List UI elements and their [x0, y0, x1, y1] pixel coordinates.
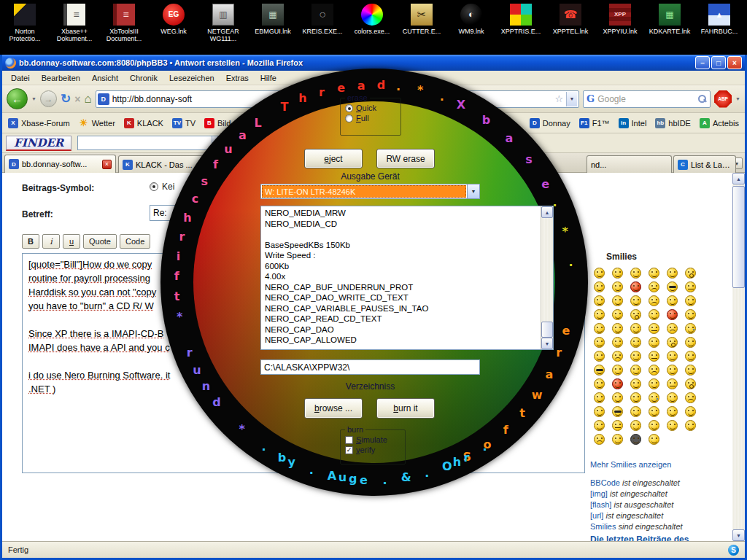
scroll-track[interactable] [732, 184, 745, 529]
smiley-smile-icon[interactable] [612, 434, 623, 445]
smiley-surprised-icon[interactable] [667, 268, 678, 279]
smiley-smile-icon[interactable] [594, 351, 605, 362]
desktop-icon-weg[interactable]: EGWEG.lnk [149, 0, 198, 55]
smiley-mad-icon[interactable] [630, 281, 641, 292]
smiley-smile-icon[interactable] [667, 420, 678, 431]
smiley-smile-icon[interactable] [594, 295, 605, 306]
smiley-smile-icon[interactable] [630, 378, 641, 389]
smiley-sad-icon[interactable] [612, 351, 623, 362]
smiley-wink-icon[interactable] [685, 351, 696, 362]
smiley-shock-icon[interactable] [685, 268, 696, 279]
smiley-neutral-icon[interactable] [685, 281, 696, 292]
desktop-icon-colors[interactable]: colors.exe... [347, 0, 397, 55]
smiley-smile-icon[interactable] [685, 365, 696, 376]
smiley-sad-icon[interactable] [649, 295, 659, 306]
smiley-grin-icon[interactable] [685, 420, 696, 431]
smiley-lol-icon[interactable] [612, 281, 623, 292]
smiley-evil-icon[interactable] [612, 378, 623, 389]
smiley-sad-icon[interactable] [594, 434, 605, 445]
scroll-thumb[interactable] [732, 186, 745, 288]
smiley-wink-icon[interactable] [649, 420, 659, 431]
bookmark-intel[interactable]: inIntel [619, 118, 647, 128]
smiley-smile-icon[interactable] [612, 337, 623, 348]
smiley-question-icon[interactable] [685, 309, 696, 320]
smiley-shock-icon[interactable] [630, 309, 641, 320]
smiley-grin-icon[interactable] [594, 406, 605, 417]
stop-button[interactable]: × [74, 93, 80, 105]
smiley-smile-icon[interactable] [630, 420, 641, 431]
smiley-cool-icon[interactable] [667, 281, 678, 292]
directory-input[interactable] [260, 359, 480, 375]
page-scrollbar[interactable]: ▲ ▼ [732, 173, 745, 541]
desktop-icon-xbtools-doc[interactable]: ≡XbToolsIII Document... [99, 0, 149, 55]
smiley-smile-icon[interactable] [594, 378, 605, 389]
capabilities-listbox[interactable]: NERO_MEDIA_MRWNERO_MEDIA_CD BaseSpeedKBs… [260, 206, 554, 350]
rw-erase-button[interactable]: RW erase [376, 149, 435, 168]
desktop-icon-xbase-doc[interactable]: ≡Xbase++ Dokument... [50, 0, 99, 55]
smiley-smile-icon[interactable] [612, 365, 623, 376]
smiley-smile-icon[interactable] [612, 268, 623, 279]
format-b-button[interactable]: B [22, 234, 39, 249]
menu-bearbeiten[interactable]: Bearbeiten [36, 74, 86, 82]
radio-icon[interactable] [150, 182, 158, 191]
search-box[interactable]: G [583, 90, 711, 108]
format-code-button[interactable]: Code [120, 234, 150, 249]
smiley-smile-icon[interactable] [630, 295, 641, 306]
more-smilies-link[interactable]: Mehr Smilies anzeigen [590, 460, 671, 469]
smiley-wink-icon[interactable] [594, 337, 605, 348]
scroll-down-icon[interactable]: ▼ [732, 529, 745, 541]
smiley-smile-icon[interactable] [630, 337, 641, 348]
radio-full[interactable]: Full [345, 114, 400, 122]
device-combobox[interactable]: W: LITE-ON LTR-48246K ▼ [260, 184, 480, 199]
tab-3[interactable]: nd... [587, 155, 672, 173]
scroll-up-icon[interactable]: ▲ [732, 173, 745, 184]
smiley-wink-icon[interactable] [630, 268, 641, 279]
browse-button[interactable]: browse ... [304, 398, 363, 419]
smiley-smile-icon[interactable] [594, 281, 605, 292]
smiley-grin-icon[interactable] [667, 365, 678, 376]
desktop-icon-wm9[interactable]: ◐WM9.lnk [446, 0, 496, 55]
smiley-smile-icon[interactable] [594, 309, 605, 320]
format-quote-button[interactable]: Quote [83, 234, 117, 249]
bookmark-xbase-forum[interactable]: XXbase-Forum [8, 118, 70, 128]
back-history-dropdown-icon[interactable]: ▼ [31, 96, 36, 101]
desktop-icon-kreis[interactable]: ○KREIS.EXE... [298, 0, 347, 55]
listbox-scrollbar[interactable]: ▲ ▼ [541, 206, 553, 349]
adblock-dropdown-icon[interactable]: ▼ [735, 96, 740, 101]
listbox-scroll-track[interactable] [541, 218, 553, 338]
desktop-icon-fahrbuch[interactable]: ▲FAHRBUC... [694, 0, 744, 55]
radio-quick[interactable]: Quick [345, 104, 400, 112]
tab-close-icon[interactable]: × [102, 160, 112, 169]
tab-1[interactable]: Dbb.donnay-softw...× [4, 155, 116, 173]
desktop-icon-netgear[interactable]: ▥NETGEAR WG111... [198, 0, 248, 55]
smiley-sad-icon[interactable] [685, 392, 696, 403]
burn-button[interactable]: burn it [376, 398, 435, 419]
smiley-smile-icon[interactable] [649, 337, 659, 348]
desktop-icon-ebmgui[interactable]: ▦EBMGUI.lnk [248, 0, 298, 55]
smiley-evil-icon[interactable] [667, 309, 678, 320]
smiley-smile-icon[interactable] [685, 406, 696, 417]
smiley-smile-icon[interactable] [630, 406, 641, 417]
bookmark-actebis[interactable]: AActebis [700, 118, 739, 128]
smiley-grin-icon[interactable] [630, 323, 641, 334]
bookmark-klack[interactable]: KKLACK [124, 118, 163, 128]
desktop-icon-xppyiu[interactable]: XPPXPPYIU.lnk [595, 0, 645, 55]
magnifier-icon[interactable] [698, 95, 707, 104]
smiley-bug-icon[interactable] [630, 434, 641, 445]
format-u-button[interactable]: u [63, 234, 80, 249]
desktop-icon-cutter[interactable]: ✂CUTTER.E... [397, 0, 446, 55]
menu-chronik[interactable]: Chronik [124, 74, 163, 82]
smiley-shock-icon[interactable] [667, 337, 678, 348]
smiley-smile-icon[interactable] [594, 392, 605, 403]
smiley-cool-icon[interactable] [612, 406, 623, 417]
smiley-smile-icon[interactable] [612, 323, 623, 334]
combo-dropdown-icon[interactable]: ▼ [467, 184, 479, 198]
checkbox-verify[interactable]: ✓verify [345, 446, 405, 454]
smiley-cry-icon[interactable] [685, 323, 696, 334]
smiley-exclaim-icon[interactable] [685, 295, 696, 306]
desktop-icon-kdkarte[interactable]: ▦KDKARTE.lnk [645, 0, 694, 55]
desktop-icon-norton[interactable]: Norton Protectio... [0, 0, 50, 55]
eject-button[interactable]: eject [304, 149, 363, 168]
smiley-question-icon[interactable] [667, 295, 678, 306]
smiley-sad-icon[interactable] [649, 365, 659, 376]
